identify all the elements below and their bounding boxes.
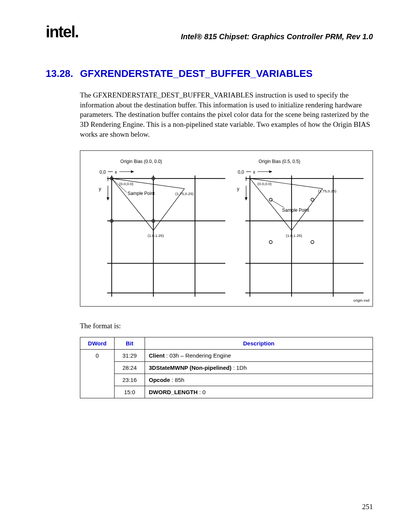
right-y-label: y <box>237 187 239 192</box>
right-sample-label: Sample Point <box>282 208 309 213</box>
th-bit: Bit <box>115 337 145 350</box>
cell-bit: 28:24 <box>115 362 145 374</box>
left-x-label: x <box>115 169 117 175</box>
cell-desc: Opcode : 85h <box>145 374 373 386</box>
instruction-format-table: DWord Bit Description 0 31:29 Client : 0… <box>80 337 373 398</box>
table-row: 23:16 Opcode : 85h <box>80 374 373 386</box>
sample-point-circle <box>311 198 314 201</box>
right-pt-b: (1.0,1.25) <box>286 233 302 238</box>
intel-logo: intel. <box>46 23 78 41</box>
left-origin: 0,0 <box>100 169 106 175</box>
right-pt-tl: (0.0,0.0) <box>258 182 272 186</box>
left-pt-tl: (0.0,0.0) <box>119 182 133 186</box>
section-number: 13.28. <box>46 68 73 80</box>
right-origin: 0,0 <box>238 169 244 175</box>
page-header: intel. Intel® 815 Chipset: Graphics Cont… <box>46 23 373 41</box>
right-pt-tr: (1.75,0.25) <box>318 189 336 193</box>
cell-bit: 23:16 <box>115 374 145 386</box>
section-heading: 13.28.GFXRENDERSTATE_DEST_BUFFER_VARIABL… <box>46 68 373 80</box>
svg-marker-11 <box>112 179 184 230</box>
th-dword: DWord <box>80 337 115 350</box>
svg-marker-24 <box>250 179 323 230</box>
doc-title: Intel® 815 Chipset: Graphics Controller … <box>181 32 373 41</box>
right-x-label: x <box>253 169 255 175</box>
left-y-label: y <box>99 187 101 192</box>
table-row: 15:0 DWORD_LENGTH : 0 <box>80 386 373 398</box>
left-pt-b: (1.0,1.25) <box>148 233 164 238</box>
cell-dword: 0 <box>80 350 115 398</box>
diagram-container: Origin Bias (0.0, 0.0) 0,0 x y (0.0,0.0)… <box>80 150 373 307</box>
diagram-filename: origin.vsd <box>353 298 370 302</box>
th-description: Description <box>145 337 373 350</box>
cell-bit: 31:29 <box>115 350 145 362</box>
cell-desc: DWORD_LENGTH : 0 <box>145 386 373 398</box>
cell-desc: 3DStateMWNP (Non-pipelined) : 1Dh <box>145 362 373 374</box>
body-paragraph: The GFXRENDERSTATE_DEST_BUFFER_VARIABLES… <box>80 90 373 139</box>
table-row: 28:24 3DStateMWNP (Non-pipelined) : 1Dh <box>80 362 373 374</box>
left-title: Origin Bias (0.0, 0.0) <box>120 159 162 164</box>
cell-bit: 15:0 <box>115 386 145 398</box>
left-sample-label: Sample Point <box>127 191 155 197</box>
sample-point-circle <box>311 241 314 244</box>
cell-desc: Client : 03h – Rendering Engine <box>145 350 373 362</box>
right-title: Origin Bias (0.5, 0.5) <box>259 159 300 164</box>
svg-line-25 <box>271 200 284 208</box>
page-number: 251 <box>362 503 373 511</box>
origin-bias-diagram: Origin Bias (0.0, 0.0) 0,0 x y (0.0,0.0)… <box>80 150 373 307</box>
sample-point-circle <box>269 241 272 244</box>
section-title: GFXRENDERSTATE_DEST_BUFFER_VARIABLES <box>80 68 312 79</box>
format-line: The format is: <box>80 322 373 330</box>
left-pt-tr: (1.75,0.25) <box>175 192 194 196</box>
table-row: 0 31:29 Client : 03h – Rendering Engine <box>80 350 373 362</box>
